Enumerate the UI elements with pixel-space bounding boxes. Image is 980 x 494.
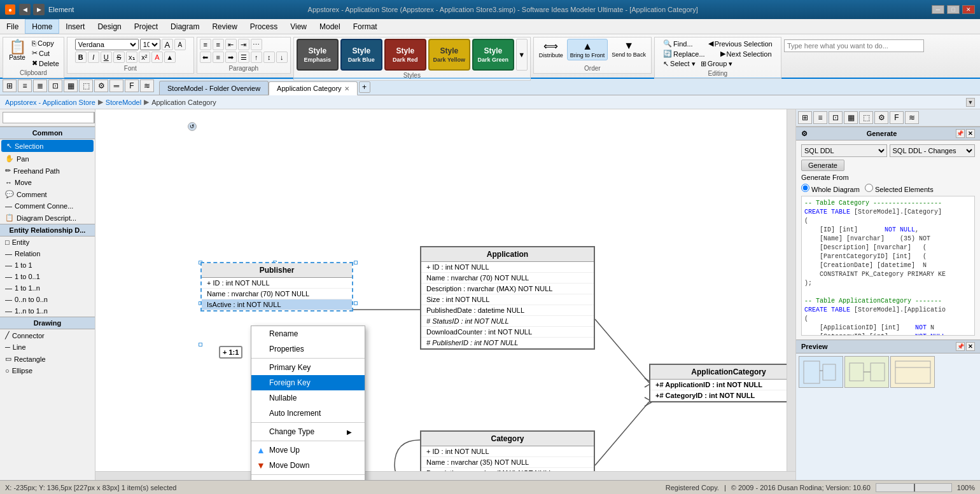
gen-pin-btn[interactable]: 📌	[956, 129, 965, 138]
rp-btn7[interactable]: F	[890, 111, 904, 124]
highlight-button[interactable]: ▲	[164, 51, 176, 63]
sidebar-item-1to01[interactable]: — 1 to 0..1	[0, 271, 95, 282]
cm-move-up[interactable]: ▲ Move Up	[251, 443, 365, 458]
minimize-btn[interactable]: ─	[932, 5, 944, 14]
font-size-select[interactable]: 10	[140, 39, 160, 50]
underline-button[interactable]: U	[101, 51, 112, 63]
cm-change-type[interactable]: Change Type ▶	[251, 424, 365, 439]
breadcrumb-nav-btn[interactable]: ▼	[966, 98, 975, 107]
sidebar-item-line[interactable]: ─ Line	[0, 341, 95, 353]
menu-model[interactable]: Model	[313, 19, 347, 34]
styles-more-btn[interactable]: ▼	[516, 39, 528, 71]
cm-primary-key[interactable]: Primary Key	[251, 360, 365, 375]
strikethrough-button[interactable]: S	[113, 51, 125, 63]
canvas-scroll-v[interactable]	[787, 109, 795, 471]
preview-thumb-3[interactable]	[890, 356, 935, 388]
maximize-btn[interactable]: □	[947, 5, 960, 14]
preview-thumb-2[interactable]	[844, 356, 889, 388]
sidebar-item-move[interactable]: ↔ Move	[0, 177, 95, 188]
cm-rename[interactable]: Rename	[251, 326, 365, 341]
align-left-btn[interactable]: ⬅	[200, 51, 211, 63]
application-entity[interactable]: Application + ID : int NOT NULL Name : n…	[420, 246, 595, 350]
preview-close-btn[interactable]: ✕	[966, 342, 975, 351]
list-bullet-btn[interactable]: ≡	[200, 39, 211, 50]
para-more-btn[interactable]: ⋯	[251, 39, 262, 50]
rp-btn5[interactable]: ⬚	[859, 111, 873, 124]
paste-button[interactable]: 📋 Paste	[6, 39, 29, 62]
sidebar-item-1to1n[interactable]: — 1 to 1..n	[0, 282, 95, 294]
distribute-btn[interactable]: ⟺ Distribute	[536, 39, 566, 60]
font-increase-btn[interactable]: A	[162, 39, 173, 50]
group-btn[interactable]: ⊞ Group ▾	[699, 59, 735, 69]
rp-btn4[interactable]: ▦	[844, 111, 858, 124]
sidebar-item-1nto1n[interactable]: — 1..n to 1..n	[0, 305, 95, 317]
relation-badge[interactable]: + 1:1	[219, 346, 242, 359]
tab-tb-btn8[interactable]: ═	[109, 79, 123, 92]
align-right-btn[interactable]: ➡	[225, 51, 237, 63]
bold-button[interactable]: B	[75, 51, 87, 63]
font-family-select[interactable]: Verdana	[75, 39, 139, 50]
style-dark-blue[interactable]: Style Dark Blue	[340, 39, 382, 71]
align-justify-btn[interactable]: ☰	[238, 51, 249, 63]
superscript-button[interactable]: x²	[139, 51, 150, 63]
sidebar-item-diagram-desc[interactable]: 📋 Diagram Descript...	[0, 212, 95, 224]
style-dark-yellow[interactable]: Style Dark Yellow	[428, 39, 470, 71]
cm-auto-increment[interactable]: Auto Increment	[251, 406, 365, 421]
cm-remove-fields[interactable]: ✕ Remove Field(s)	[251, 476, 365, 480]
menu-file[interactable]: File	[0, 19, 25, 34]
sidebar-item-freehand[interactable]: ✏ Freehand Path	[0, 165, 95, 177]
select-btn[interactable]: ↖ Select ▾	[661, 59, 697, 69]
find-btn[interactable]: 🔍 Find... ◀ Previous Selection	[661, 39, 774, 48]
cm-nullable[interactable]: Nullable	[251, 390, 365, 406]
font-decrease-btn[interactable]: A	[174, 39, 186, 50]
tab-tb-btn7[interactable]: ⚙	[94, 79, 108, 92]
selected-elements-radio-label[interactable]: Selected Elements	[865, 184, 934, 193]
zoom-slider[interactable]	[876, 483, 952, 492]
selected-elements-radio[interactable]	[865, 184, 873, 192]
appcategory-entity[interactable]: ApplicationCategory +# ApplicationID : i…	[649, 364, 795, 402]
close-btn[interactable]: ✕	[962, 5, 975, 14]
tab-add-btn[interactable]: +	[359, 81, 370, 93]
menu-review[interactable]: Review	[206, 19, 243, 34]
rp-btn8[interactable]: ≋	[905, 111, 919, 124]
tab-close-btn[interactable]: ✕	[344, 85, 349, 92]
whole-diagram-radio-label[interactable]: Whole Diagram	[801, 184, 860, 193]
send-to-back-btn[interactable]: ▼ Send to Back	[609, 39, 648, 60]
tab-folder-overview[interactable]: StoreModel - Folder Overview	[159, 81, 269, 95]
rp-btn3[interactable]: ⊡	[829, 111, 843, 124]
style-dark-green[interactable]: Style Dark Green	[472, 39, 514, 71]
subscript-button[interactable]: x₁	[126, 51, 137, 63]
align-center-btn[interactable]: ≡	[213, 51, 224, 63]
menu-format[interactable]: Format	[347, 19, 384, 34]
indent-dec-btn[interactable]: ⇤	[225, 39, 237, 50]
sidebar-item-ellipse[interactable]: ○ Ellipse	[0, 365, 95, 376]
style-dark-red[interactable]: Style Dark Red	[384, 39, 426, 71]
breadcrumb-item-2[interactable]: StoreModel	[106, 99, 141, 106]
back-btn[interactable]: ◀	[19, 4, 31, 15]
menu-process[interactable]: Process	[244, 19, 284, 34]
forward-btn[interactable]: ▶	[33, 4, 45, 15]
rp-btn6[interactable]: ⚙	[874, 111, 888, 124]
tab-tb-btn4[interactable]: ⊡	[48, 79, 62, 92]
menu-home[interactable]: Home	[25, 19, 59, 34]
tab-tb-btn6[interactable]: ⬚	[79, 79, 93, 92]
sidebar-item-entity[interactable]: □ Entity	[0, 237, 95, 248]
rp-btn1[interactable]: ⊞	[798, 111, 812, 124]
cm-move-down[interactable]: ▼ Move Down	[251, 458, 365, 473]
sidebar-item-connector[interactable]: ╱ Connector	[0, 329, 95, 341]
indent-inc-btn[interactable]: ⇥	[238, 39, 249, 50]
cm-foreign-key[interactable]: Foreign Key	[251, 375, 365, 390]
canvas-scroll-h[interactable]	[95, 471, 795, 480]
generate-btn[interactable]: Generate	[801, 160, 844, 171]
preview-thumb-1[interactable]	[799, 356, 843, 388]
cut-button[interactable]: ✂ Cut	[30, 48, 61, 58]
replace-btn[interactable]: 🔄 Replace... ▶ Next Selection	[661, 49, 773, 58]
sql-ddl-select[interactable]: SQL DDL	[801, 144, 887, 157]
font-color-button[interactable]: A	[151, 51, 163, 63]
rp-btn2[interactable]: ≡	[813, 111, 827, 124]
align-top-btn[interactable]: ↑	[251, 51, 262, 63]
sidebar-item-rectangle[interactable]: ▭ Rectangle	[0, 353, 95, 365]
sidebar-item-0nto0n[interactable]: — 0..n to 0..n	[0, 294, 95, 305]
sidebar-search-input[interactable]	[3, 112, 94, 123]
align-bottom-btn[interactable]: ↓	[276, 51, 288, 63]
